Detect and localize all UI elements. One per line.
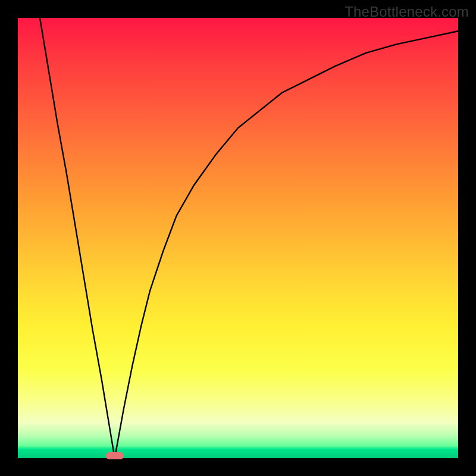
minimum-marker	[106, 452, 124, 459]
plot-area	[18, 18, 458, 458]
curve-left-branch	[40, 18, 115, 458]
curve-svg	[18, 18, 458, 458]
watermark-text: TheBottleneck.com	[345, 4, 469, 20]
curve-right-branch	[115, 31, 458, 458]
chart-frame: TheBottleneck.com	[0, 0, 476, 476]
